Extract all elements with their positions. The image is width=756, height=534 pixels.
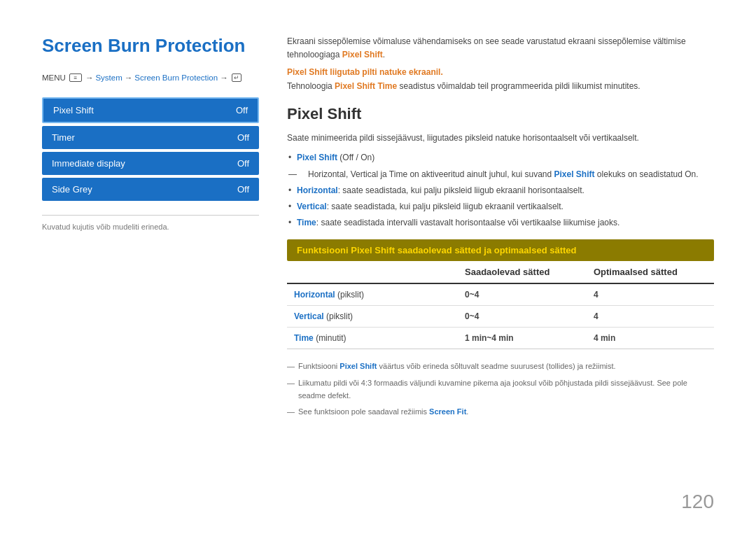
bullet-sub: Horizontal, Vertical ja Time on aktiveer… [287, 168, 714, 181]
intro-text-end: . [383, 50, 385, 59]
system-link: System [95, 73, 122, 82]
footer-note-3: See funktsioon pole saadaval režiimis Sc… [287, 406, 714, 419]
bullet-vertical: Vertical: saate seadistada, kui palju pi… [287, 200, 714, 213]
page-number: 120 [681, 491, 714, 513]
table-header-optimal: Optimaalsed sätted [587, 261, 714, 283]
fn1-pre: Funktsiooni [298, 362, 340, 370]
divider [42, 215, 259, 216]
tech-pre: Tehnoloogia [287, 81, 335, 91]
vertical-label-highlight: Vertical [294, 311, 324, 321]
function-box: Funktsiooni Pixel Shift saadaolevad sätt… [287, 239, 714, 261]
bullet-text: (Off / On) [340, 153, 374, 162]
pixel-shift-title: Pixel Shift [287, 105, 714, 123]
menu-item-value: Off [237, 132, 249, 143]
horizontal-highlight: Horizontal [297, 185, 338, 195]
time-highlight: Time [297, 218, 316, 227]
vertical-label-rest: (pikslit) [324, 311, 353, 321]
menu-item-value: Off [237, 184, 249, 195]
fn3-post: . [466, 407, 468, 416]
fn1-highlight: Pixel Shift [340, 362, 377, 370]
left-note: Kuvatud kujutis võib mudeliti erineda. [42, 223, 259, 231]
menu-icon [69, 73, 82, 82]
table-cell-horizontal-optimal: 4 [587, 283, 714, 306]
time-text: : saate seadistada intervalli vastavalt … [316, 218, 620, 227]
table-cell-vertical-optimal: 4 [587, 306, 714, 328]
table-header-feature [287, 261, 458, 283]
page-title: Screen Burn Protection [42, 35, 259, 57]
menu-item-label: Side Grey [52, 184, 92, 195]
horizontal-text: : saate seadistada, kui palju piksleid l… [338, 185, 584, 195]
sub-highlight: Pixel Shift [554, 169, 595, 179]
bullet-pixel-shift: Pixel Shift (Off / On) [287, 151, 714, 164]
table-row-time: Time (minutit) 1 min~4 min 4 min [287, 328, 714, 349]
table-cell-time-label: Time (minutit) [287, 328, 458, 349]
pixel-shift-highlight: Pixel Shift [342, 50, 383, 59]
time-label-rest: (minutit) [314, 333, 346, 343]
table-cell-time-range: 1 min~4 min [458, 328, 587, 349]
footer-note-1: Funktsiooni Pixel Shift väärtus võib eri… [287, 360, 714, 373]
menu-list: Pixel Shift Off Timer Off Immediate disp… [42, 97, 259, 201]
menu-item-side-grey[interactable]: Side Grey Off [42, 178, 259, 201]
vertical-highlight: Vertical [297, 202, 327, 211]
arrow2: → [125, 73, 133, 82]
menu-item-label: Timer [52, 132, 75, 143]
menu-item-immediate-display[interactable]: Immediate display Off [42, 152, 259, 175]
menu-item-pixel-shift[interactable]: Pixel Shift Off [42, 97, 259, 123]
menu-label: MENU [42, 73, 66, 82]
bullet-horizontal: Horizontal: saate seadistada, kui palju … [287, 184, 714, 197]
arrow3: → [220, 73, 228, 82]
tech-post: seadistus võimaldab teil programmeerida … [397, 81, 640, 91]
fn1-post: väärtus võib erineda sõltuvalt seadme su… [377, 362, 616, 370]
fn3-highlight: Screen Fit [429, 407, 466, 416]
menu-item-value: Off [236, 105, 248, 115]
footer-notes: Funktsiooni Pixel Shift väärtus võib eri… [287, 360, 714, 418]
bullet-list: Pixel Shift (Off / On) Horizontal, Verti… [287, 151, 714, 230]
bullet-time: Time: saate seadistada intervalli vastav… [287, 216, 714, 230]
table-cell-vertical-label: Vertical (pikslit) [287, 306, 458, 328]
pixel-shift-desc: Saate minimeerida pildi sissejäävust, li… [287, 132, 714, 144]
horizontal-label-highlight: Horizontal [294, 290, 335, 300]
time-label-highlight: Time [294, 333, 314, 343]
intro-text-1: Ekraani sissepõlemise võimaluse vähendam… [287, 35, 714, 62]
table-cell-time-optimal: 4 min [587, 328, 714, 349]
fn3-pre: See funktsioon pole saadaval režiimis [298, 407, 429, 416]
table-row-vertical: Vertical (pikslit) 0~4 4 [287, 306, 714, 328]
footer-note-2: Liikumatu pildi või 4:3 formaadis väljun… [287, 377, 714, 402]
table-cell-vertical-range: 0~4 [458, 306, 587, 328]
vertical-text: : saate seadistada, kui palju piksleid l… [327, 202, 564, 211]
bullet-highlight: Pixel Shift [297, 153, 337, 162]
table-cell-horizontal-label: Horizontal (pikslit) [287, 283, 458, 306]
table-cell-horizontal-range: 0~4 [458, 283, 587, 306]
arrow1: → [85, 73, 94, 82]
pixel-shift-note: Pixel Shift liigutab pilti natuke ekraan… [287, 67, 714, 77]
left-column: Screen Burn Protection MENU → System → S… [42, 35, 259, 506]
sub-text-post: olekuks on seadistatud On. [595, 169, 699, 179]
page-container: Screen Burn Protection MENU → System → S… [0, 0, 756, 534]
sbp-link: Screen Burn Protection [134, 73, 218, 82]
horizontal-label-rest: (pikslit) [335, 290, 364, 300]
sub-text-pre: Horizontal, Vertical ja Time on aktiveer… [308, 169, 554, 179]
menu-item-timer[interactable]: Timer Off [42, 126, 259, 149]
right-column: Ekraani sissepõlemise võimaluse vähendam… [287, 35, 714, 506]
tech-note: Tehnoloogia Pixel Shift Time seadistus v… [287, 81, 714, 91]
table-row-horizontal: Horizontal (pikslit) 0~4 4 [287, 283, 714, 306]
menu-item-label: Immediate display [52, 158, 125, 169]
menu-item-value: Off [237, 158, 249, 169]
menu-item-label: Pixel Shift [53, 105, 94, 115]
pixel-shift-time-highlight: Pixel Shift Time [335, 81, 397, 91]
menu-path: MENU → System → Screen Burn Protection → [42, 73, 259, 82]
table-header-available: Saadaolevad sätted [458, 261, 587, 283]
enter-icon [232, 73, 241, 82]
settings-table: Saadaolevad sätted Optimaalsed sätted Ho… [287, 261, 714, 349]
